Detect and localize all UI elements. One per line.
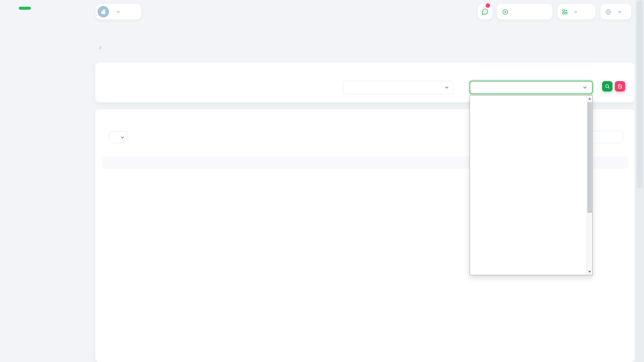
search-button[interactable]: [602, 81, 612, 92]
page-scrollbar[interactable]: [635, 0, 644, 362]
workspace-avatar: [98, 6, 109, 17]
globe-icon: [605, 8, 612, 15]
chevron-down-icon: [444, 85, 449, 90]
chevron-down-icon: [116, 9, 121, 14]
language-selector[interactable]: [600, 4, 631, 19]
chat-icon: [481, 8, 489, 15]
page-scrollbar-thumb[interactable]: [637, 1, 643, 188]
chevron-down-icon: [582, 85, 588, 90]
chevron-down-icon: [120, 135, 125, 140]
logo-dash-icon: [19, 7, 31, 10]
plus-circle-icon: [502, 9, 508, 15]
addon-select[interactable]: [470, 81, 593, 94]
building-icon: [100, 8, 107, 15]
dropdown-scrollbar-thumb[interactable]: [587, 102, 592, 213]
scroll-up-arrow-icon[interactable]: [587, 96, 592, 101]
scroll-down-arrow-icon[interactable]: [587, 269, 592, 275]
create-workspace-button[interactable]: [497, 4, 552, 19]
app-logo[interactable]: [21, 7, 31, 10]
chevron-down-icon: [573, 9, 578, 14]
staff-select[interactable]: [343, 81, 454, 94]
search-icon: [605, 84, 610, 89]
reset-button[interactable]: [615, 81, 625, 92]
notification-badge: [485, 3, 491, 8]
workspace-switcher[interactable]: [557, 4, 595, 19]
dropdown-scrollbar[interactable]: [587, 96, 592, 275]
addon-dropdown-options: [470, 96, 587, 275]
reset-icon: [618, 84, 623, 89]
chevron-right-icon: [98, 46, 103, 50]
breadcrumb: [95, 46, 106, 50]
sidebar: [0, 0, 82, 362]
entries-per-page-select[interactable]: [109, 131, 128, 143]
addon-dropdown: [470, 95, 593, 275]
chat-button[interactable]: [478, 4, 492, 19]
chevron-down-icon: [617, 9, 622, 14]
pagination: [576, 357, 576, 357]
grid-plus-icon: [562, 9, 568, 15]
workspace-pill[interactable]: [96, 4, 141, 19]
